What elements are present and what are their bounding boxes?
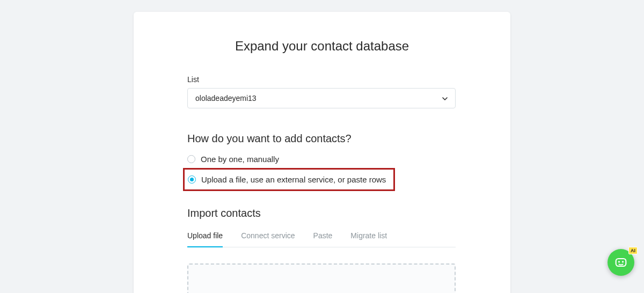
svg-point-2 xyxy=(622,261,624,262)
tab-paste[interactable]: Paste xyxy=(313,231,333,247)
radio-label-upload: Upload a file, use an external service, … xyxy=(201,175,386,184)
ai-badge: AI xyxy=(628,247,638,254)
tab-upload-file[interactable]: Upload file xyxy=(187,231,223,247)
list-select[interactable]: ololadeadeyemi13 xyxy=(187,88,456,108)
highlighted-option: Upload a file, use an external service, … xyxy=(183,168,395,191)
tab-connect-service[interactable]: Connect service xyxy=(241,231,295,247)
radio-icon xyxy=(187,155,195,163)
import-tabs: Upload file Connect service Paste Migrat… xyxy=(187,231,456,247)
page-title: Expand your contact database xyxy=(155,39,489,54)
file-dropzone[interactable] xyxy=(187,263,456,293)
chat-widget-button[interactable]: AI xyxy=(608,249,634,276)
radio-label-manual: One by one, manually xyxy=(201,155,279,164)
radio-option-upload[interactable]: Upload a file, use an external service, … xyxy=(188,175,386,184)
form-inner: List ololadeadeyemi13 How do you want to… xyxy=(155,75,489,293)
add-method-question: How do you want to add contacts? xyxy=(187,133,457,145)
radio-option-manual[interactable]: One by one, manually xyxy=(187,155,457,164)
chevron-down-icon xyxy=(442,94,448,102)
tab-migrate-list[interactable]: Migrate list xyxy=(350,231,387,247)
list-select-wrap: ololadeadeyemi13 xyxy=(187,88,456,108)
main-card: Expand your contact database List ololad… xyxy=(134,12,510,293)
import-section-title: Import contacts xyxy=(187,207,457,219)
bot-face-icon xyxy=(613,255,628,270)
list-select-value: ololadeadeyemi13 xyxy=(195,94,257,102)
radio-icon-checked xyxy=(188,175,196,184)
list-field-label: List xyxy=(187,75,457,84)
svg-point-1 xyxy=(618,261,620,262)
